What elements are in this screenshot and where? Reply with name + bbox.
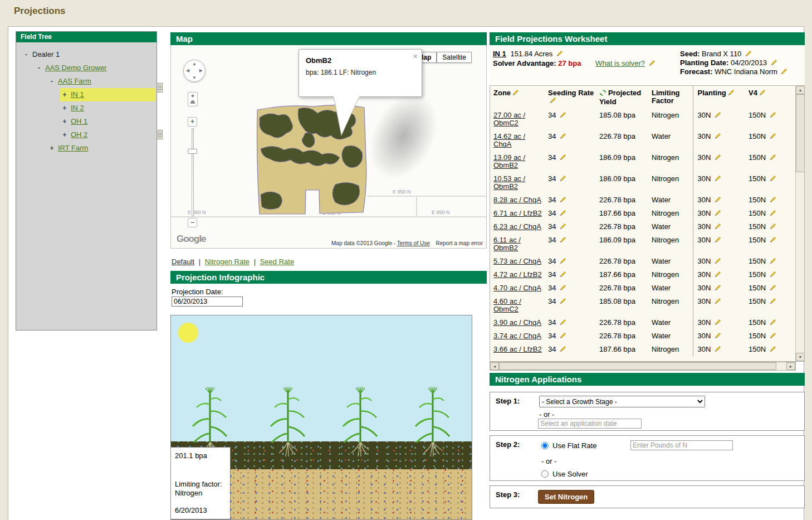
edit-pencil-icon[interactable] [770, 236, 776, 244]
edit-pencil-icon[interactable] [728, 89, 735, 97]
zone-link[interactable]: 13.09 ac / ObmB2 [493, 153, 525, 169]
pounds-of-n-input[interactable] [630, 440, 733, 450]
close-icon[interactable]: × [413, 51, 418, 61]
edit-pencil-icon[interactable] [715, 196, 721, 204]
edit-pencil-icon[interactable] [715, 332, 721, 340]
zone-link[interactable]: 14.62 ac / ChqA [493, 132, 525, 148]
tree-item-oh-2[interactable]: +OH 2 [17, 128, 155, 142]
edit-pencil-icon[interactable] [715, 154, 721, 162]
use-solver-label[interactable]: Use Solver [552, 470, 588, 478]
edit-pencil-icon[interactable] [560, 196, 566, 204]
tree-item-label[interactable]: IN 1 [71, 90, 84, 99]
map-canvas[interactable]: E 950 N E 950 N E 950 N E 950 N ▲ [170, 45, 487, 249]
collapse-icon[interactable]: - [48, 76, 55, 88]
field-name-link[interactable]: IN 1 [493, 50, 506, 58]
layer-link-seed-rate[interactable]: Seed Rate [260, 257, 294, 266]
tree-item-irt-farm[interactable]: +IRT Farm [17, 142, 155, 155]
zone-link[interactable]: 4.70 ac / ChqA [493, 284, 541, 292]
edit-pencil-icon[interactable] [556, 50, 563, 58]
edit-pencil-icon[interactable] [560, 154, 566, 162]
zone-link[interactable]: 6.71 ac / LfzB2 [493, 209, 542, 217]
application-date-input[interactable] [538, 419, 642, 429]
edit-pencil-icon[interactable] [715, 319, 721, 327]
use-solver-radio[interactable] [541, 470, 549, 478]
edit-pencil-icon[interactable] [715, 257, 721, 265]
zoom-slider-handle[interactable] [188, 149, 197, 154]
pan-down-icon[interactable]: ▼ [192, 75, 197, 80]
refresh-yield-icon[interactable] [599, 89, 606, 98]
zone-link[interactable]: 6.23 ac / ChqA [493, 222, 541, 231]
edit-pencil-icon[interactable] [770, 210, 776, 217]
collapse-icon[interactable]: - [36, 62, 42, 74]
edit-pencil-icon[interactable] [770, 298, 776, 305]
edit-pencil-icon[interactable] [770, 196, 776, 204]
terms-of-use-link[interactable]: Terms of Use [397, 240, 430, 246]
horizontal-scroll-thumb[interactable] [499, 362, 776, 370]
edit-pencil-icon[interactable] [770, 257, 776, 265]
pan-right-icon[interactable]: ▶ [199, 68, 203, 73]
edit-pencil-icon[interactable] [770, 271, 776, 279]
projection-date-input[interactable] [172, 297, 243, 307]
edit-pencil-icon[interactable] [560, 298, 566, 305]
vertical-scroll-track[interactable] [796, 172, 804, 353]
edit-pencil-icon[interactable] [560, 111, 566, 119]
edit-pencil-icon[interactable] [715, 236, 721, 244]
scroll-up-icon[interactable]: ▲ [796, 86, 805, 94]
splitter-grip-top[interactable] [158, 83, 163, 93]
vertical-scrollbar[interactable]: ▲ ▼ [795, 86, 804, 361]
edit-pencil-icon[interactable] [560, 133, 566, 140]
tree-item-label[interactable]: AAS Farm [58, 77, 91, 85]
scroll-left-icon[interactable]: ◄ [490, 362, 499, 370]
edit-pencil-icon[interactable] [560, 332, 566, 340]
tree-item-label[interactable]: IRT Farm [58, 144, 88, 152]
flat-rate-label[interactable]: Use Flat Rate [552, 441, 596, 450]
vertical-scroll-thumb[interactable] [796, 94, 805, 172]
zoom-slider-track[interactable] [192, 128, 194, 216]
set-nitrogen-button[interactable]: Set Nitrogen [538, 490, 594, 504]
edit-pencil-icon[interactable] [770, 175, 776, 183]
edit-pencil-icon[interactable] [560, 175, 566, 183]
edit-pencil-icon[interactable] [560, 284, 566, 292]
scroll-down-icon[interactable]: ▼ [796, 353, 805, 361]
pan-up-icon[interactable]: ▲ [192, 61, 197, 66]
edit-pencil-icon[interactable] [759, 89, 766, 97]
edit-pencil-icon[interactable] [560, 223, 566, 231]
tree-item-oh-1[interactable]: +OH 1 [17, 115, 155, 128]
edit-pencil-icon[interactable] [770, 319, 776, 327]
edit-pencil-icon[interactable] [770, 133, 776, 140]
edit-pencil-icon[interactable] [770, 111, 776, 119]
splitter-grip-bottom[interactable] [158, 130, 163, 139]
zoom-out-button[interactable]: − [188, 218, 197, 227]
edit-pencil-icon[interactable] [781, 67, 787, 76]
tree-item-label[interactable]: AAS Demo Grower [45, 64, 107, 72]
expand-icon[interactable]: + [61, 129, 68, 141]
expand-icon[interactable]: + [61, 103, 68, 114]
edit-pencil-icon[interactable] [771, 59, 777, 67]
map-pan-control[interactable]: ▲ ▼ ◀ ▶ [183, 60, 206, 82]
flat-rate-radio[interactable] [541, 442, 549, 449]
edit-pencil-icon[interactable] [560, 271, 566, 279]
zone-link[interactable]: 3.66 ac / LfzB2 [493, 345, 542, 353]
edit-pencil-icon[interactable] [560, 257, 566, 265]
growth-stage-select[interactable]: - Select a Growth Stage - [539, 396, 705, 407]
zone-link[interactable]: 10.53 ac / ObmB2 [493, 174, 525, 191]
expand-icon[interactable]: + [61, 116, 68, 128]
edit-pencil-icon[interactable] [715, 284, 721, 292]
tree-item-label[interactable]: IN 2 [71, 104, 84, 112]
edit-pencil-icon[interactable] [770, 346, 776, 353]
satellite-view-button[interactable]: Satellite [437, 52, 472, 63]
edit-pencil-icon[interactable] [715, 223, 721, 231]
tree-item-in-2[interactable]: +IN 2 [17, 101, 155, 115]
street-view-pegman-icon[interactable] [188, 92, 198, 106]
tree-item-label[interactable]: OH 2 [71, 130, 87, 139]
edit-pencil-icon[interactable] [770, 284, 776, 292]
edit-pencil-icon[interactable] [745, 50, 752, 58]
zone-link[interactable]: 6.11 ac / ObmB2 [493, 236, 521, 252]
edit-pencil-icon[interactable] [715, 346, 721, 353]
collapse-icon[interactable]: - [23, 49, 30, 61]
horizontal-scroll-track[interactable] [776, 362, 786, 370]
tree-item-aas-farm[interactable]: -AAS Farm [17, 75, 155, 88]
edit-pencil-icon[interactable] [770, 332, 776, 340]
report-map-error-link[interactable]: Report a map error [436, 240, 483, 246]
edit-pencil-icon[interactable] [770, 154, 776, 162]
